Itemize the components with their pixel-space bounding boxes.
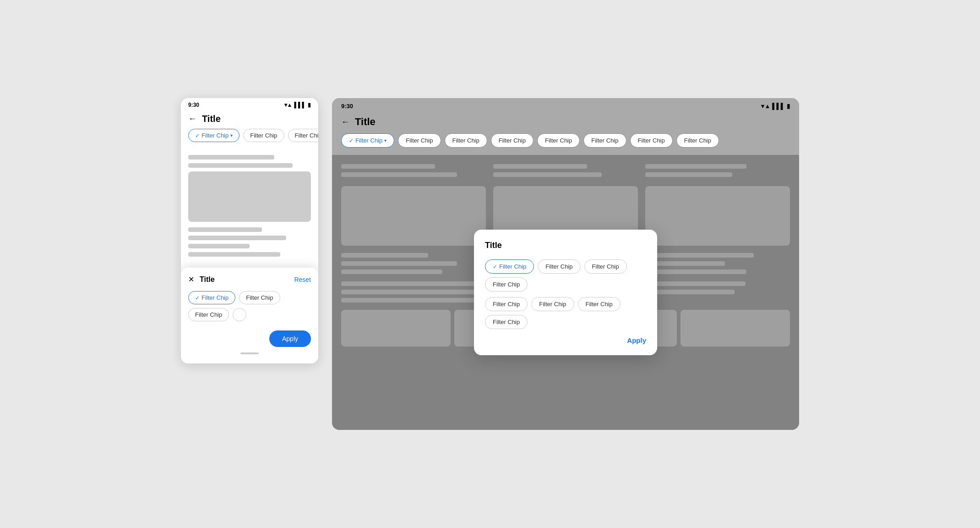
tablet-chip-0[interactable]: ✓ Filter Chip ▾ (341, 133, 394, 148)
close-icon[interactable]: ✕ (188, 275, 194, 284)
bottom-sheet: ✕ Title Reset ✓ Filter Chip Filter Chip … (181, 268, 318, 363)
tablet-header: ← Title (332, 112, 799, 133)
modal-chip-label-2: Filter Chip (592, 263, 619, 270)
wifi-icon: ▾▲ (761, 103, 770, 110)
skeleton-line (188, 252, 280, 257)
tablet-chip-3[interactable]: Filter Chip (491, 133, 534, 148)
modal-chip-0[interactable]: ✓ Filter Chip (485, 259, 534, 274)
modal-chip-1[interactable]: Filter Chip (538, 259, 580, 274)
tablet-chip-2[interactable]: Filter Chip (445, 133, 487, 148)
tablet-chip-label-7: Filter Chip (684, 137, 711, 144)
skeleton-line (188, 155, 274, 160)
skeleton-line (188, 236, 286, 240)
phone-filter-row: ✓ Filter Chip ▾ Filter Chip Filter Chip (181, 129, 318, 148)
signal-icon: ▌▌▌ (294, 102, 306, 108)
modal-chip-3[interactable]: Filter Chip (485, 277, 528, 292)
phone-page-title: Title (202, 114, 221, 124)
tablet-status-icons: ▾▲ ▌▌▌ ▮ (761, 103, 790, 110)
phone-status-bar: 9:30 ▾▲ ▌▌▌ ▮ (181, 98, 318, 110)
tablet-content: Title ✓ Filter Chip Filter Chip Filter C… (332, 155, 799, 430)
phone-chip-0[interactable]: ✓ Filter Chip ▾ (188, 129, 240, 142)
modal-apply-row: Apply (485, 336, 646, 344)
tablet-chip-label-6: Filter Chip (638, 137, 665, 144)
tablet-chip-6[interactable]: Filter Chip (630, 133, 673, 148)
modal-chip-7[interactable]: Filter Chip (485, 315, 528, 329)
caret-icon: ▾ (384, 138, 387, 143)
battery-icon: ▮ (308, 102, 311, 108)
phone-chip-label-1: Filter Chip (250, 132, 277, 139)
modal-chip-label-7: Filter Chip (493, 319, 520, 325)
tablet-chip-7[interactable]: Filter Chip (676, 133, 719, 148)
check-icon: ✓ (493, 264, 497, 270)
tablet-status-bar: 9:30 ▾▲ ▌▌▌ ▮ (332, 98, 799, 112)
modal-chip-label-6: Filter Chip (586, 301, 613, 308)
skeleton-box (188, 171, 311, 222)
tablet-chip-label-1: Filter Chip (406, 137, 433, 144)
signal-icon: ▌▌▌ (772, 103, 785, 110)
tablet-chip-label-4: Filter Chip (545, 137, 572, 144)
tablet-chip-label-3: Filter Chip (499, 137, 526, 144)
modal-chip-label-1: Filter Chip (545, 263, 572, 270)
home-bar (240, 352, 259, 354)
tablet-back-button[interactable]: ← (341, 117, 349, 127)
apply-button[interactable]: Apply (269, 330, 311, 347)
check-icon: ✓ (349, 138, 354, 144)
bs-chip-0[interactable]: ✓ Filter Chip (188, 291, 235, 304)
bs-chip-label-1: Filter Chip (246, 294, 273, 301)
modal-chip-label-0: Filter Chip (499, 263, 526, 270)
check-icon-0: ✓ (195, 132, 200, 139)
phone-chip-2[interactable]: Filter Chip (288, 129, 319, 142)
battery-icon: ▮ (787, 103, 790, 110)
phone-content (181, 148, 318, 268)
bs-chip-2[interactable]: Filter Chip (188, 308, 229, 321)
tablet-chip-label-0: Filter Chip (355, 137, 382, 144)
modal-apply-button[interactable]: Apply (627, 336, 646, 344)
skeleton-line (188, 163, 293, 168)
phone-time: 9:30 (188, 102, 199, 108)
tablet-page-title: Title (355, 116, 376, 128)
phone-header: ← Title (181, 110, 318, 129)
tablet-chip-label-5: Filter Chip (591, 137, 618, 144)
skeleton-line (188, 244, 250, 248)
modal-chip-4[interactable]: Filter Chip (485, 297, 528, 311)
modal-title: Title (485, 241, 646, 250)
outer-container: 9:30 ▾▲ ▌▌▌ ▮ ← Title ✓ Filter Chip ▾ Fi… (181, 98, 799, 430)
bs-chip-3[interactable] (233, 308, 246, 321)
home-indicator (188, 349, 311, 356)
modal-chips-row-2: Filter Chip Filter Chip Filter Chip Filt… (485, 297, 646, 329)
tablet-chip-1[interactable]: Filter Chip (398, 133, 441, 148)
modal-chips-row-1: ✓ Filter Chip Filter Chip Filter Chip Fi… (485, 259, 646, 292)
check-icon: ✓ (195, 295, 200, 301)
apply-row: Apply (188, 329, 311, 349)
bottom-sheet-chips: ✓ Filter Chip Filter Chip Filter Chip (188, 291, 311, 321)
tablet-chip-label-2: Filter Chip (452, 137, 479, 144)
tablet-chip-4[interactable]: Filter Chip (537, 133, 580, 148)
phone-device: 9:30 ▾▲ ▌▌▌ ▮ ← Title ✓ Filter Chip ▾ Fi… (181, 98, 318, 363)
phone-status-icons: ▾▲ ▌▌▌ ▮ (284, 102, 311, 108)
modal-overlay: Title ✓ Filter Chip Filter Chip Filter C… (332, 155, 799, 430)
back-button[interactable]: ← (188, 114, 196, 124)
modal-chip-label-3: Filter Chip (493, 281, 520, 288)
tablet-device: 9:30 ▾▲ ▌▌▌ ▮ ← Title ✓ Filter Chip ▾ Fi… (332, 98, 799, 430)
tablet-time: 9:30 (341, 103, 353, 110)
skeleton-line (188, 227, 262, 232)
phone-chip-label-2: Filter Chip (295, 132, 319, 139)
modal-chip-label-5: Filter Chip (539, 301, 566, 308)
modal-dialog: Title ✓ Filter Chip Filter Chip Filter C… (474, 230, 657, 355)
caret-icon-0: ▾ (230, 133, 233, 138)
phone-chip-label-0: Filter Chip (201, 132, 229, 139)
reset-button[interactable]: Reset (294, 276, 311, 283)
tablet-filter-row: ✓ Filter Chip ▾ Filter Chip Filter Chip … (332, 133, 799, 155)
modal-chip-5[interactable]: Filter Chip (531, 297, 574, 311)
bottom-sheet-title: Title (200, 275, 215, 284)
bs-chip-label-2: Filter Chip (195, 311, 222, 318)
modal-chip-6[interactable]: Filter Chip (578, 297, 621, 311)
bottom-sheet-title-row: ✕ Title (188, 275, 215, 284)
bs-chip-1[interactable]: Filter Chip (239, 291, 280, 304)
modal-chip-2[interactable]: Filter Chip (584, 259, 627, 274)
wifi-icon: ▾▲ (284, 102, 293, 108)
phone-chip-1[interactable]: Filter Chip (243, 129, 284, 142)
bs-chip-label-0: Filter Chip (201, 294, 229, 301)
tablet-chip-5[interactable]: Filter Chip (583, 133, 626, 148)
bottom-sheet-header: ✕ Title Reset (188, 275, 311, 284)
